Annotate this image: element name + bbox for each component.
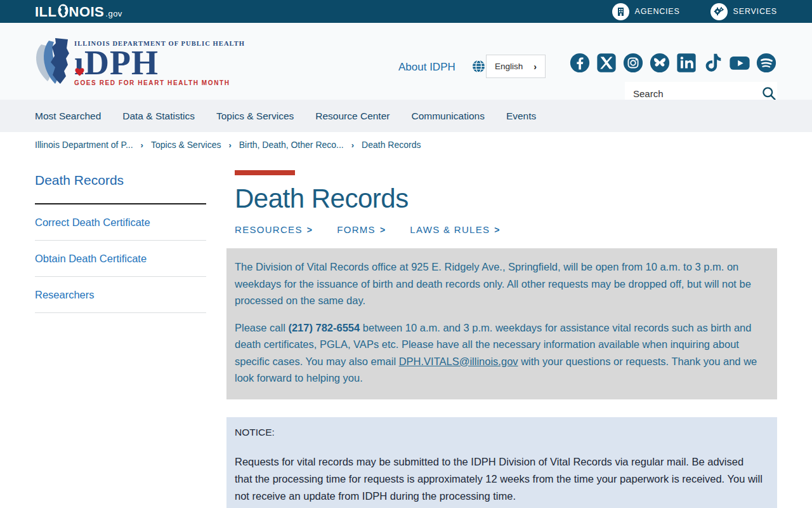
- info-paragraph-2: Please call (217) 782-6554 between 10 a.…: [235, 319, 763, 387]
- agencies-label: AGENCIES: [635, 7, 680, 16]
- breadcrumb: Illinois Department of P... › Topics & S…: [35, 132, 777, 157]
- tiktok-icon[interactable]: [702, 52, 724, 74]
- about-idph-link[interactable]: About IDPH: [398, 61, 455, 74]
- notice-box: NOTICE: Requests for vital records may b…: [226, 417, 777, 508]
- sidebar: Death Records Correct Death Certificate …: [35, 173, 206, 313]
- main-nav: Most Searched Data & Statistics Topics &…: [0, 100, 812, 132]
- chevron-right-icon: >: [307, 225, 313, 235]
- gov-topbar: ILL NOIS .gov AGE: [0, 0, 812, 23]
- nav-item-data-statistics[interactable]: Data & Statistics: [122, 110, 195, 122]
- breadcrumb-home[interactable]: Illinois Department of P...: [35, 140, 133, 150]
- agencies-building-icon: [612, 3, 629, 20]
- page-title: Death Records: [235, 184, 777, 214]
- chevron-right-icon: ›: [351, 140, 354, 150]
- chevron-right-icon: ›: [534, 62, 537, 72]
- sidebar-item-correct-death-certificate[interactable]: Correct Death Certificate: [35, 204, 206, 241]
- services-link[interactable]: SERVICES: [710, 3, 777, 20]
- vitals-email-link[interactable]: DPH.VITALS@illinois.gov: [399, 356, 518, 367]
- info-paragraph-1: The Division of Vital Records office at …: [235, 258, 763, 309]
- nav-item-most-searched[interactable]: Most Searched: [35, 110, 101, 122]
- linkedin-icon[interactable]: [676, 52, 697, 74]
- red-accent-bar: [235, 170, 295, 175]
- globe-icon: [472, 60, 485, 76]
- breadcrumb-death-records[interactable]: Death Records: [362, 140, 421, 150]
- services-label: SERVICES: [733, 7, 777, 16]
- vital-records-info-box: The Division of Vital Records office at …: [226, 248, 777, 399]
- youtube-icon[interactable]: [729, 52, 750, 74]
- chevron-right-icon: ›: [141, 140, 143, 150]
- agencies-link[interactable]: AGENCIES: [612, 3, 680, 20]
- language-selected: English: [495, 62, 523, 71]
- social-links: [569, 52, 777, 74]
- phone-number: (217) 782-6554: [288, 322, 360, 333]
- red-heart-icon: [75, 49, 84, 81]
- chevron-right-icon: >: [494, 225, 500, 235]
- idph-logo[interactable]: ILLINOIS DEPARTMENT OF PUBLIC HEALTH ıDP…: [35, 37, 245, 89]
- chevron-right-icon: ›: [228, 140, 231, 150]
- facebook-icon[interactable]: [569, 52, 591, 74]
- breadcrumb-topics-services[interactable]: Topics & Services: [151, 140, 221, 150]
- sidebar-item-researchers[interactable]: Researchers: [35, 277, 206, 313]
- illinois-state-icon: [58, 4, 69, 22]
- breadcrumb-birth-death-records[interactable]: Birth, Death, Other Reco...: [239, 140, 344, 150]
- language-selector[interactable]: English ›: [486, 55, 546, 78]
- resources-link[interactable]: RESOURCES >: [235, 224, 313, 235]
- illinois-gov-logo[interactable]: ILL NOIS .gov: [35, 3, 122, 20]
- nav-item-communications[interactable]: Communications: [411, 110, 484, 122]
- nav-item-topics-services[interactable]: Topics & Services: [216, 110, 294, 122]
- chevron-right-icon: >: [380, 225, 386, 235]
- page: ILL NOIS .gov AGE: [0, 0, 812, 508]
- idph-acronym: ıDPH: [74, 47, 245, 79]
- site-header: ILLINOIS DEPARTMENT OF PUBLIC HEALTH ıDP…: [0, 23, 812, 100]
- quick-links: RESOURCES > FORMS > LAWS & RULES >: [235, 224, 777, 235]
- notice-heading: NOTICE:: [235, 427, 763, 438]
- sidebar-item-death-records[interactable]: Death Records: [35, 173, 206, 204]
- sidebar-item-obtain-death-certificate[interactable]: Obtain Death Certificate: [35, 241, 206, 277]
- x-twitter-icon[interactable]: [596, 52, 617, 74]
- laws-rules-link[interactable]: LAWS & RULES >: [410, 224, 500, 235]
- notice-body: Requests for vital records may be submit…: [235, 453, 763, 505]
- bluesky-icon[interactable]: [649, 52, 671, 74]
- search-input[interactable]: [633, 88, 759, 99]
- instagram-icon[interactable]: [622, 52, 644, 74]
- services-gears-icon: [710, 3, 728, 20]
- nav-item-events[interactable]: Events: [506, 110, 536, 122]
- spotify-icon[interactable]: [756, 52, 777, 74]
- gov-logo-domain: .gov: [105, 9, 122, 18]
- nav-item-resource-center[interactable]: Resource Center: [315, 110, 390, 122]
- idph-state-graphic-icon: [35, 37, 70, 89]
- forms-link[interactable]: FORMS >: [337, 224, 386, 235]
- gov-logo-letters: NOIS: [69, 4, 105, 20]
- main-content: Death Records RESOURCES > FORMS > LAWS &…: [226, 170, 777, 508]
- gov-logo-prefix: ILL: [35, 4, 57, 20]
